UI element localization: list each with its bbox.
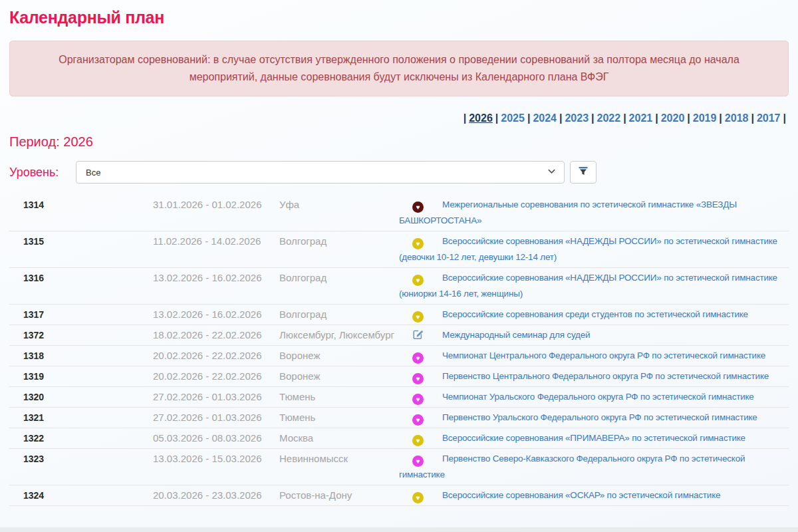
level-select-value: Все [86,168,547,178]
year-link-2023[interactable]: 2023 [565,112,589,124]
event-link[interactable]: Всероссийские соревнования среди студент… [442,309,748,319]
event-city: Москва [279,430,399,446]
event-city: Волгоград [279,307,399,323]
event-id: 1320 [23,389,153,405]
event-link[interactable]: Международный семинар для судей [442,330,590,340]
heart-badge-icon: ♥ [412,456,424,467]
event-dates: 20.02.2026 - 22.02.2026 [153,348,279,364]
heart-badge-icon: ♥ [412,311,424,323]
event-link[interactable]: Всероссийские соревнования «ПРИМАВЕРА» п… [442,433,745,443]
year-link-2019[interactable]: 2019 [693,112,717,124]
event-title-cell: ♥ Всероссийские соревнования среди студе… [399,307,789,323]
heart-badge-icon: ♥ [412,492,424,503]
event-title-cell: ♥ Всероссийские соревнования «НАДЕЖДЫ РО… [399,270,789,302]
event-id: 1324 [23,487,153,503]
table-row: 1320 27.02.2026 - 01.03.2026 Тюмень ♥ Че… [9,387,789,408]
event-dates: 31.01.2026 - 01.02.2026 [153,197,279,229]
event-id: 1321 [23,410,153,426]
year-separator: | [783,112,786,124]
page-title: Календарный план [9,8,789,27]
table-row: 1317 13.02.2026 - 16.02.2026 Волгоград ♥… [9,305,789,325]
event-title-cell: ♥ Всероссийские соревнования «ОСКАР» по … [399,487,789,503]
event-title-cell: ♥ Межрегиональные соревнования по эстети… [399,197,789,229]
event-city: Волгоград [279,270,399,302]
year-separator: | [687,112,690,124]
year-separator: | [527,112,530,124]
period-label: Период: 2026 [9,134,789,150]
year-link-2024[interactable]: 2024 [533,112,557,124]
event-title-cell: ♥ Всероссийские соревнования «ПРИМАВЕРА»… [399,430,789,446]
level-label: Уровень: [9,166,76,180]
event-title-cell: ♥ Чемпионат Центрального Федерального ок… [399,348,789,364]
year-separator: | [464,112,466,124]
event-link[interactable]: Первенство Центрального Федерального окр… [442,371,769,381]
event-title-cell: ♥ Чемпионат Уральского Федерального окру… [399,389,789,405]
year-separator: | [719,112,722,124]
heart-badge-icon: ♥ [412,275,424,286]
table-row: 1314 31.01.2026 - 01.02.2026 Уфа ♥ Межре… [9,195,789,231]
event-dates: 20.02.2026 - 22.02.2026 [153,368,279,384]
event-city: Уфа [279,197,399,229]
event-dates: 13.02.2026 - 16.02.2026 [153,270,279,302]
event-dates: 27.02.2026 - 01.03.2026 [153,410,279,426]
level-select[interactable]: Все [76,161,565,184]
filter-button[interactable] [570,161,597,184]
event-id: 1372 [23,327,153,343]
event-title-cell: ♥ Всероссийские соревнования «НАДЕЖДЫ РО… [399,233,789,265]
event-dates: 27.02.2026 - 01.03.2026 [153,389,279,405]
heart-badge-icon: ♥ [412,352,424,364]
event-title-cell: ♥ Первенство Уральского Федерального окр… [399,410,789,426]
year-link-2025[interactable]: 2025 [501,112,525,124]
event-dates: 13.03.2026 - 15.03.2026 [153,451,279,483]
table-row: 1318 20.02.2026 - 22.02.2026 Воронеж ♥ Ч… [9,346,789,366]
table-row: 1322 05.03.2026 - 08.03.2026 Москва ♥ Вс… [9,428,789,449]
year-separator: | [559,112,562,124]
year-separator: | [495,112,498,124]
table-row: 1316 13.02.2026 - 16.02.2026 Волгоград ♥… [9,268,789,305]
heart-badge-icon: ♥ [412,394,424,405]
event-title-cell: ♥ Первенство Северо-Кавказского Федераль… [399,451,789,483]
event-link[interactable]: Всероссийские соревнования «ОСКАР» по эс… [442,490,720,500]
event-id: 1316 [23,270,153,302]
event-dates: 18.02.2026 - 22.02.2026 [153,327,279,343]
table-row: 1315 11.02.2026 - 14.02.2026 Волгоград ♥… [9,231,789,268]
event-title-cell: ♥ Первенство Центрального Федерального о… [399,368,789,384]
year-separator: | [591,112,594,124]
year-link-2018[interactable]: 2018 [725,112,749,124]
table-row: 1372 18.02.2026 - 22.02.2026 Люксембург,… [9,325,789,346]
event-link[interactable]: Всероссийские соревнования «НАДЕЖДЫ РОСС… [399,273,777,299]
bottom-partial-row [0,527,798,532]
year-link-2026[interactable]: 2026 [469,112,493,124]
year-link-2017[interactable]: 2017 [757,112,781,124]
year-separator: | [623,112,626,124]
events-table: 1314 31.01.2026 - 01.02.2026 Уфа ♥ Межре… [9,195,789,506]
year-link-2021[interactable]: 2021 [629,112,653,124]
event-link[interactable]: Чемпионат Уральского Федерального округа… [442,392,754,402]
event-link[interactable]: Первенство Уральского Федерального округ… [442,412,757,422]
event-city: Волгоград [279,233,399,265]
event-link[interactable]: Чемпионат Центрального Федерального окру… [442,350,765,360]
event-link[interactable]: Межрегиональные соревнования по эстетиче… [399,200,737,225]
heart-badge-icon: ♥ [412,373,424,384]
edit-icon [412,329,424,340]
event-dates: 05.03.2026 - 08.03.2026 [153,430,279,446]
event-city: Невинномысск [279,451,399,483]
table-row: 1319 20.02.2026 - 22.02.2026 Воронеж ♥ П… [9,366,789,387]
event-id: 1318 [23,348,153,364]
heart-badge-icon: ♥ [412,435,424,446]
heart-badge-icon: ♥ [412,238,424,249]
year-link-2022[interactable]: 2022 [597,112,621,124]
heart-badge-icon: ♥ [412,201,424,213]
event-title-cell: ♥ Международный семинар для судей [399,327,789,343]
event-link[interactable]: Всероссийские соревнования «НАДЕЖДЫ РОСС… [399,236,777,262]
filter-funnel-icon [578,166,589,179]
table-row: 1324 20.03.2026 - 23.03.2026 Ростов-на-Д… [9,485,789,506]
table-row: 1321 27.02.2026 - 01.03.2026 Тюмень ♥ Пе… [9,408,789,428]
event-dates: 13.02.2026 - 16.02.2026 [153,307,279,323]
event-city: Воронеж [279,368,399,384]
year-links: |2026|2025|2024|2023|2022|2021|2020|2019… [9,112,789,124]
year-link-2020[interactable]: 2020 [661,112,685,124]
event-id: 1317 [23,307,153,323]
event-link[interactable]: Первенство Северо-Кавказского Федерально… [399,454,745,479]
event-city: Тюмень [279,410,399,426]
